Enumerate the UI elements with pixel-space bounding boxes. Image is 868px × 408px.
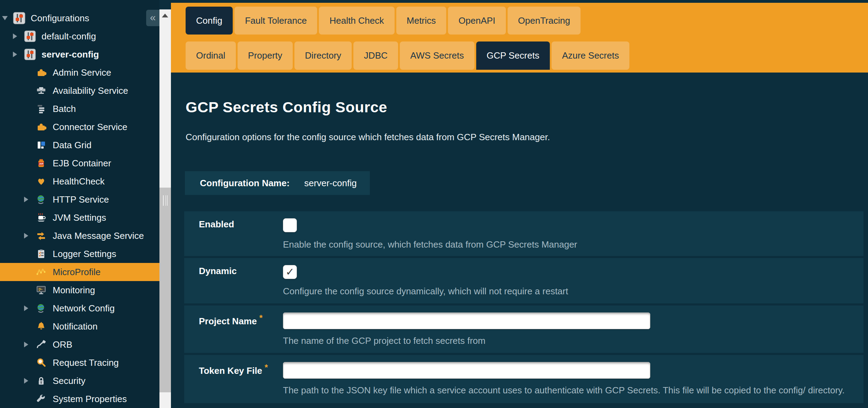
field-label: Token Key File* [199, 363, 268, 376]
sliders-icon [13, 12, 25, 24]
tab-gcp-secrets[interactable]: GCP Secrets [476, 41, 550, 70]
field-label: Dynamic [199, 266, 237, 277]
collapsed-arrow-icon[interactable] [24, 197, 33, 202]
tab-opentracing[interactable]: OpenTracing [508, 7, 581, 35]
enabled-checkbox[interactable] [283, 218, 297, 232]
sidebar-item-data-grid[interactable]: Data Grid [0, 136, 159, 154]
microprofile-icon [35, 267, 47, 277]
form: Enabled Enable the config source, which … [184, 211, 863, 405]
tab-directory[interactable]: Directory [294, 41, 352, 70]
tab-ordinal[interactable]: Ordinal [186, 41, 236, 70]
sidebar-item-connector-service[interactable]: Connector Service [0, 118, 159, 136]
tree-item-label: JVM Settings [53, 212, 106, 223]
magnifier-icon [35, 357, 47, 368]
sidebar-scrollbar[interactable] [159, 9, 171, 408]
sidebar-item-monitoring[interactable]: Monitoring [0, 281, 159, 299]
tree-item-label: Logger Settings [53, 249, 116, 259]
puzzle-icon [35, 122, 47, 132]
globe-icon [35, 303, 47, 313]
tree-item-label: HealthCheck [53, 176, 105, 187]
tree-item-label: Batch [53, 104, 76, 114]
svg-text:JAR: JAR [39, 163, 43, 165]
config-tree: Configurations default-config server-con… [0, 9, 159, 408]
collapsed-arrow-icon[interactable] [24, 342, 33, 347]
sidebar-item-logger-settings[interactable]: Logger Settings [0, 245, 159, 263]
sidebar-item-notification[interactable]: Notification [0, 317, 159, 335]
sidebar-item-ejb-container[interactable]: JAR EJB Container [0, 154, 159, 172]
tree-item-label: Availability Service [53, 85, 128, 96]
sidebar-collapse-button[interactable]: « [146, 10, 159, 26]
sidebar-item-healthcheck[interactable]: HealthCheck [0, 172, 159, 190]
tab-jdbc[interactable]: JDBC [353, 41, 398, 70]
secondary-tabs: Ordinal Property Directory JDBC AWS Secr… [186, 41, 629, 70]
sidebar-item-server-config[interactable]: server-config [0, 45, 159, 63]
sidebar-item-admin-service[interactable]: Admin Service [0, 63, 159, 82]
sidebar-item-microprofile[interactable]: MicroProfile [0, 263, 159, 281]
collapsed-arrow-icon[interactable] [24, 233, 33, 239]
tree-item-label: Request Tracing [53, 357, 119, 368]
field-row-enabled: Enabled Enable the config source, which … [184, 211, 863, 256]
project-name-input[interactable] [283, 312, 650, 329]
sidebar-item-network-config[interactable]: Network Config [0, 299, 159, 317]
tab-property[interactable]: Property [238, 41, 293, 70]
tree-item-label: Configurations [31, 13, 89, 24]
tree-item-label: ORB [53, 339, 72, 350]
tree-item-label: System Properties [53, 394, 127, 405]
required-mark: * [265, 363, 268, 372]
configuration-name-value: server-config [304, 178, 357, 189]
tab-azure-secrets[interactable]: Azure Secrets [552, 41, 629, 70]
configuration-name-label: Configuration Name: [200, 178, 290, 189]
tree-item-label: Admin Service [53, 67, 111, 78]
sidebar-item-orb[interactable]: ORB [0, 335, 159, 354]
field-row-project-name: Project Name* The name of the GCP projec… [184, 305, 863, 353]
field-row-dynamic: Dynamic ✓ Configure the config source dy… [184, 258, 863, 303]
field-help-text: The name of the GCP project to fetch sec… [283, 335, 485, 346]
sidebar-item-security[interactable]: Security [0, 372, 159, 390]
sidebar-item-batch[interactable]: Batch [0, 100, 159, 118]
page-title: GCP Secrets Config Source [186, 99, 387, 116]
tree-item-label: EJB Container [53, 158, 111, 169]
tree-item-label: MicroProfile [53, 267, 100, 278]
lock-icon [35, 376, 47, 386]
scrollbar-up-arrow[interactable] [159, 9, 171, 21]
collapsed-arrow-icon[interactable] [24, 305, 33, 311]
tab-config[interactable]: Config [186, 7, 233, 35]
field-label: Project Name* [199, 313, 263, 327]
tab-aws-secrets[interactable]: AWS Secrets [400, 41, 474, 70]
dynamic-checkbox[interactable]: ✓ [283, 265, 297, 279]
tab-openapi[interactable]: OpenAPI [448, 7, 506, 35]
configuration-name-strip: Configuration Name: server-config [185, 171, 370, 195]
tree-item-label: Data Grid [53, 140, 91, 151]
expanded-arrow-icon[interactable] [2, 16, 11, 20]
sidebar-item-default-config[interactable]: default-config [0, 27, 159, 45]
field-help-text: Enable the config source, which fetches … [283, 239, 577, 250]
token-key-file-input[interactable] [283, 362, 650, 379]
sidebar-item-system-properties[interactable]: System Properties [0, 390, 159, 408]
sidebar-item-jvm-settings[interactable]: JVM Settings [0, 209, 159, 227]
puzzle-icon [35, 67, 47, 78]
server-cluster-icon [35, 85, 47, 96]
clipboard-checklist-icon [35, 249, 47, 259]
tab-health-check[interactable]: Health Check [319, 7, 394, 35]
scrollbar-thumb[interactable] [159, 188, 171, 392]
tree-item-label: Connector Service [53, 122, 127, 133]
sidebar-item-availability-service[interactable]: Availability Service [0, 82, 159, 100]
tree-item-label: Monitoring [53, 285, 95, 296]
sidebar-item-configurations[interactable]: Configurations [0, 9, 159, 27]
tree-item-label: server-config [42, 49, 99, 60]
tree-item-label: Network Config [53, 303, 115, 314]
bell-icon [35, 321, 47, 332]
sidebar-item-java-message-service[interactable]: Java Message Service [0, 227, 159, 245]
field-help-text: Configure the config source dynamically,… [283, 286, 568, 297]
tab-metrics[interactable]: Metrics [396, 7, 447, 35]
tab-fault-tolerance[interactable]: Fault Tolerance [234, 7, 317, 35]
primary-tabs: Config Fault Tolerance Health Check Metr… [186, 7, 581, 35]
collapsed-arrow-icon[interactable] [24, 378, 33, 384]
main-panel: Config Fault Tolerance Health Check Metr… [171, 0, 868, 408]
collapsed-arrow-icon[interactable] [13, 52, 22, 57]
field-help-text: The path to the JSON key file which a se… [283, 385, 845, 396]
sidebar-item-request-tracing[interactable]: Request Tracing [0, 354, 159, 372]
sidebar-item-http-service[interactable]: HTTP Service [0, 190, 159, 209]
tree-item-label: Java Message Service [53, 231, 144, 241]
collapsed-arrow-icon[interactable] [13, 33, 22, 39]
